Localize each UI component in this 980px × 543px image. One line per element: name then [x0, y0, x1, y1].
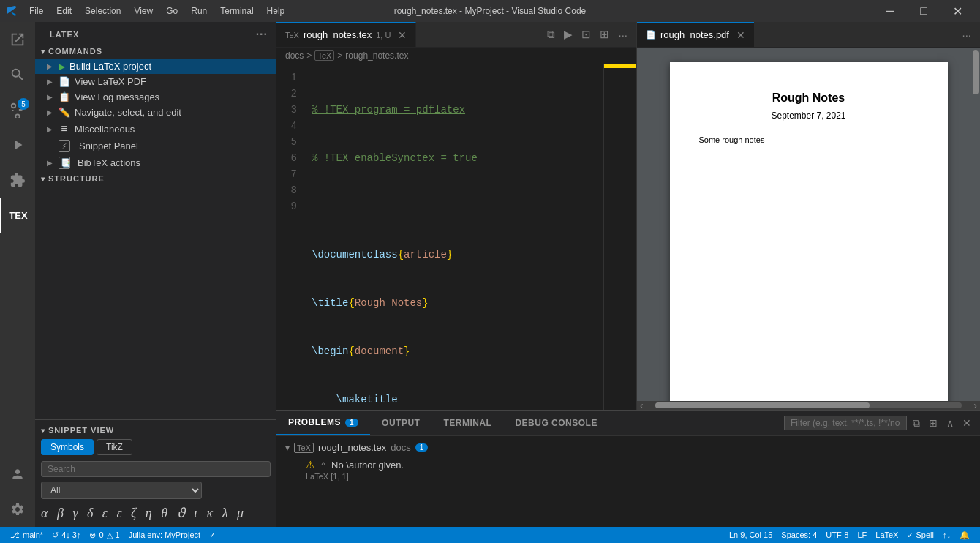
activity-run[interactable] [0, 127, 35, 162]
code-line-6: \begin{document} [306, 343, 603, 359]
editor-tab-rough-notes[interactable]: TeX rough_notes.tex 1, U ✕ [276, 22, 416, 47]
bibtex-label: BibTeX actions [78, 157, 140, 168]
pdf-scrollbar-h[interactable]: ‹ › [637, 401, 980, 410]
sidebar-item-view-log[interactable]: ▶ 📋 View Log messages [35, 89, 276, 105]
breadcrumb-sep1: > [306, 50, 312, 61]
panel-tab-problems[interactable]: PROBLEMS 1 [276, 411, 370, 435]
activity-settings[interactable] [0, 492, 35, 527]
app-body: 5 TEX LATEX ··· [0, 22, 980, 527]
activity-explorer[interactable] [0, 22, 35, 57]
line-ending-status[interactable]: LF [853, 531, 871, 539]
sidebar-scroll: ▾ COMMANDS ▶ ▶ Build LaTeX project ▶ 📄 V… [35, 44, 276, 419]
structure-section-header[interactable]: ▾ STRUCTURE [35, 171, 276, 186]
activity-source-control[interactable]: 5 [0, 92, 35, 127]
menu-terminal[interactable]: Terminal [214, 4, 259, 18]
breadcrumb: docs > TeX > rough_notes.tex [276, 48, 636, 64]
snippet-search-input[interactable] [41, 461, 271, 477]
toggle-panel-button[interactable]: ⊞ [597, 26, 612, 42]
sidebar-item-build[interactable]: ▶ ▶ Build LaTeX project [35, 59, 276, 74]
pdf-tab-close-button[interactable]: ✕ [736, 29, 745, 41]
sidebar-item-navigate[interactable]: ▶ ✏️ Navigate, select, and edit [35, 105, 276, 120]
panel-tab-output[interactable]: OUTPUT [370, 411, 431, 435]
structure-chevron-icon: ▾ [41, 175, 45, 183]
menu-bar[interactable]: File Edit Selection View Go Run Terminal… [23, 4, 290, 18]
remote-status[interactable]: ↑↓ [938, 531, 955, 539]
maximize-button[interactable]: □ [907, 0, 941, 22]
pdf-scroll-h-thumb[interactable] [655, 402, 870, 408]
menu-run[interactable]: Run [185, 4, 213, 18]
sync-status[interactable]: ↺ 4↓ 3↑ [48, 527, 85, 543]
sidebar-item-view-pdf[interactable]: ▶ 📄 View LaTeX PDF [35, 74, 276, 89]
sidebar-more-button[interactable]: ··· [256, 28, 268, 41]
notification-status[interactable]: 🔔 [955, 531, 974, 540]
snippet-tab-symbols[interactable]: Symbols [41, 439, 94, 455]
menu-file[interactable]: File [23, 4, 49, 18]
panel-tab-terminal[interactable]: TERMINAL [431, 411, 503, 435]
panel-close-button[interactable]: ✕ [960, 416, 974, 430]
breadcrumb-tex[interactable]: TeX [314, 50, 334, 61]
problems-label: PROBLEMS [288, 417, 341, 427]
run-code-button[interactable]: ▶ [561, 26, 576, 42]
indentation-status[interactable]: Spaces: 4 [777, 531, 821, 539]
errors-warnings-status[interactable]: ⊗ 0 △ 1 [85, 527, 124, 543]
errors-count: 0 [99, 531, 103, 539]
pdf-more-button[interactable]: ··· [959, 27, 974, 42]
snippet-tab-tikz[interactable]: TikZ [97, 439, 132, 455]
split-editor-button[interactable]: ⧉ [544, 26, 558, 42]
pdf-tab[interactable]: 📄 rough_notes.pdf ✕ [637, 22, 754, 47]
editor-area[interactable]: 1 2 3 4 5 6 7 8 9 % !TEX p [276, 64, 636, 410]
snippet-filter: All [41, 482, 271, 499]
sidebar-title: LATEX [50, 30, 79, 39]
pdf-content[interactable]: Rough Notes September 7, 2021 Some rough… [637, 48, 980, 401]
activity-account[interactable] [0, 457, 35, 492]
tab-close-button[interactable]: ✕ [398, 29, 407, 41]
misc-chevron-icon: ▶ [47, 125, 56, 133]
menu-go[interactable]: Go [160, 4, 184, 18]
split-view-button[interactable]: ⊡ [578, 26, 594, 42]
collapse-chevron-icon[interactable]: ▾ [285, 443, 290, 453]
view-pdf-icon: 📄 [59, 76, 70, 87]
activity-tex[interactable]: TEX [0, 198, 35, 233]
pdf-scroll-left-button[interactable]: ‹ [637, 400, 647, 410]
cmd-begin: \begin [312, 345, 348, 357]
editor-more-button[interactable]: ··· [615, 27, 630, 42]
breadcrumb-docs[interactable]: docs [285, 50, 304, 61]
code-lines[interactable]: % !TEX program = pdflatex % !TEX enableS… [306, 64, 603, 410]
language-status[interactable]: LaTeX [871, 531, 902, 539]
minimize-button[interactable]: ─ [873, 0, 907, 22]
spell-status[interactable]: ✓ Spell [902, 531, 938, 540]
panel-tab-debug[interactable]: DEBUG CONSOLE [503, 411, 609, 435]
pdf-scroll-track[interactable] [655, 402, 962, 408]
sidebar-item-snippet[interactable]: ⚡ Snippet Panel [35, 138, 276, 154]
commands-section-header[interactable]: ▾ COMMANDS [35, 44, 276, 59]
branch-status[interactable]: ⎇ main* [6, 527, 48, 543]
arg-document: document [355, 345, 404, 357]
breadcrumb-file[interactable]: rough_notes.tex [345, 50, 408, 61]
problems-filter-input[interactable] [784, 416, 907, 430]
encoding-status[interactable]: UTF-8 [821, 531, 853, 539]
activity-extensions[interactable] [0, 162, 35, 198]
menu-help[interactable]: Help [261, 4, 291, 18]
panel-up-button[interactable]: ∧ [943, 416, 957, 430]
pdf-scroll-thumb[interactable] [973, 50, 979, 94]
collapse-all-button[interactable]: ⊞ [926, 416, 941, 430]
caret-icon: ^ [321, 460, 325, 471]
env-status[interactable]: Julia env: MyProject [124, 527, 205, 543]
pdf-vscroll[interactable] [971, 48, 980, 401]
check-icon: ✓ [209, 531, 216, 540]
filter-icon[interactable]: ⧉ [910, 416, 923, 431]
snippet-filter-select[interactable]: All [41, 482, 202, 499]
close-button[interactable]: ✕ [941, 0, 974, 22]
menu-selection[interactable]: Selection [79, 4, 127, 18]
arg-article: article [404, 249, 447, 261]
menu-edit[interactable]: Edit [50, 4, 78, 18]
menu-view[interactable]: View [128, 4, 159, 18]
sidebar-header-actions: ··· [256, 28, 268, 41]
sidebar-item-misc[interactable]: ▶ ≡ Miscellaneous [35, 120, 276, 138]
pdf-scroll-right-button[interactable]: › [970, 400, 980, 410]
cursor-position-status[interactable]: Ln 9, Col 15 [725, 531, 777, 539]
activity-search[interactable] [0, 57, 35, 92]
pdf-tab-bar: 📄 rough_notes.pdf ✕ ··· [637, 22, 980, 48]
check-status[interactable]: ✓ [205, 527, 220, 543]
sidebar-item-bibtex[interactable]: ▶ 📑 BibTeX actions [35, 154, 276, 171]
